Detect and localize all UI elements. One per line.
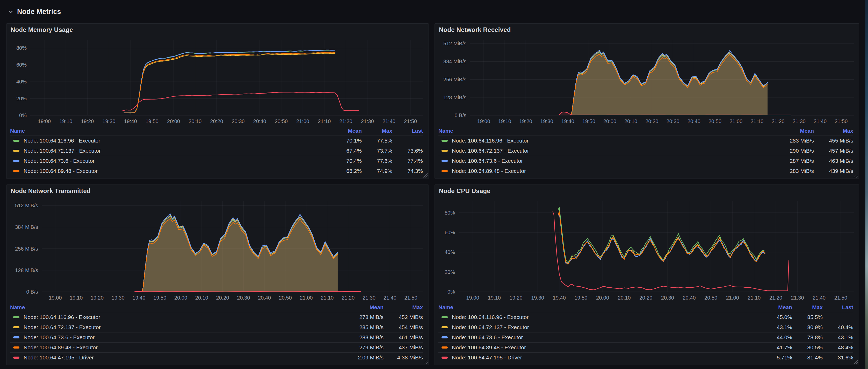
panel-title: Node Network Received [439,26,511,33]
series-color-chip[interactable] [441,170,448,172]
series-color-chip[interactable] [441,160,448,162]
series-max-value: 463 MiB/s [814,158,853,164]
series-color-chip[interactable] [13,357,20,359]
series-name[interactable]: Node: 100.64.72.137 - Executor [24,324,344,331]
series-name[interactable]: Node: 100.64.116.96 - Executor [24,138,331,144]
series-name[interactable]: Node: 100.64.116.96 - Executor [452,138,775,144]
svg-text:80%: 80% [16,45,27,51]
svg-text:20:50: 20:50 [275,118,288,124]
legend-col-max[interactable]: Max [362,128,392,134]
panel-header[interactable]: Node Network Transmitted [6,185,429,197]
svg-text:20:40: 20:40 [258,295,271,301]
series-name[interactable]: Node: 100.64.89.48 - Executor [452,344,762,350]
series-name[interactable]: Node: 100.64.73.6 - Executor [452,334,762,340]
series-color-chip[interactable] [13,316,20,318]
series-mean-value: 5.71% [762,354,792,361]
series-name[interactable]: Node: 100.64.47.195 - Driver [24,354,344,361]
legend: NameMeanMaxLastNode: 100.64.116.96 - Exe… [435,303,859,365]
series-name[interactable]: Node: 100.64.72.137 - Executor [452,324,762,331]
svg-text:384 MiB/s: 384 MiB/s [443,59,466,64]
legend-col-name[interactable]: Name [438,304,762,310]
series-name[interactable]: Node: 100.64.73.6 - Executor [452,158,775,164]
svg-text:21:20: 21:20 [769,295,782,301]
legend: NameMeanMaxNode: 100.64.116.96 - Executo… [435,126,859,178]
svg-text:19:50: 19:50 [582,118,595,124]
series-color-chip[interactable] [13,336,20,338]
time-series-plot[interactable]: 0%20%40%60%80%19:0019:1019:2019:3019:401… [435,197,859,303]
series-name[interactable]: Node: 100.64.73.6 - Executor [24,334,344,340]
series-color-chip[interactable] [13,140,20,142]
svg-text:19:20: 19:20 [81,118,94,124]
legend-row: Node: 100.64.73.6 - Executor283 MiB/s461… [10,332,423,342]
legend-col-last[interactable]: Last [392,128,423,134]
row-header-node-metrics[interactable]: Node Metrics [8,8,61,16]
series-color-chip[interactable] [441,346,448,348]
series-color-chip[interactable] [441,357,448,359]
series-color-chip[interactable] [13,160,20,162]
time-series-plot[interactable]: 0%20%40%60%80%19:0019:1019:2019:3019:401… [6,35,429,126]
svg-text:20:20: 20:20 [210,118,223,124]
legend-row: Node: 100.64.73.6 - Executor44.0%78.8%43… [438,332,853,342]
svg-text:20%: 20% [16,95,27,101]
series-mean-value: 2.09 MiB/s [344,354,383,361]
series-name[interactable]: Node: 100.64.89.48 - Executor [452,168,775,174]
legend-col-name[interactable]: Name [438,128,775,134]
svg-text:19:30: 19:30 [102,118,116,124]
svg-text:20:40: 20:40 [683,295,695,301]
legend-col-max[interactable]: Max [814,128,853,134]
series-name[interactable]: Node: 100.64.89.48 - Executor [24,168,331,174]
series-name[interactable]: Node: 100.64.116.96 - Executor [452,314,762,320]
panel-title: Node CPU Usage [439,187,491,195]
series-color-chip[interactable] [441,140,448,142]
svg-text:512 MiB/s: 512 MiB/s [15,203,38,208]
time-series-plot[interactable]: 0 B/s128 MiB/s256 MiB/s384 MiB/s512 MiB/… [435,35,859,126]
series-last-value: 31.6% [823,354,853,361]
panel-title: Node Network Transmitted [11,187,91,195]
legend-col-max[interactable]: Max [383,304,423,310]
series-color-chip[interactable] [441,316,448,318]
legend-col-name[interactable]: Name [10,128,331,134]
legend-row: Node: 100.64.47.195 - Driver2.09 MiB/s4.… [10,352,423,363]
legend-col-name[interactable]: Name [10,304,344,310]
legend-col-last[interactable]: Last [823,304,853,310]
svg-text:21:40: 21:40 [383,295,397,301]
legend-header: NameMeanMax [438,126,853,136]
legend-row: Node: 100.64.72.137 - Executor67.4%73.7%… [10,146,423,156]
svg-text:19:20: 19:20 [91,295,103,301]
legend-col-mean[interactable]: Mean [344,304,383,310]
series-max-value: 439 MiB/s [814,168,853,174]
panel-node-network-received: Node Network Received 0 B/s128 MiB/s256 … [435,23,859,179]
series-mean-value: 278 MiB/s [344,314,383,320]
series-name[interactable]: Node: 100.64.89.48 - Executor [24,344,344,350]
legend-col-mean[interactable]: Mean [775,128,814,134]
legend-header: NameMeanMax [10,303,423,312]
panel-header[interactable]: Node CPU Usage [435,185,859,197]
legend-col-max[interactable]: Max [792,304,823,310]
series-color-chip[interactable] [441,150,448,152]
legend-row: Node: 100.64.73.6 - Executor70.4%77.6%77… [10,156,423,166]
series-name[interactable]: Node: 100.64.73.6 - Executor [24,158,331,164]
series-name[interactable]: Node: 100.64.72.137 - Executor [24,148,331,154]
panel-header[interactable]: Node Network Received [435,24,859,35]
series-color-chip[interactable] [441,336,448,338]
series-name[interactable]: Node: 100.64.47.195 - Driver [452,354,762,361]
series-color-chip[interactable] [13,170,20,172]
series-mean-value: 70.1% [331,138,362,144]
time-series-plot[interactable]: 0 B/s128 MiB/s256 MiB/s384 MiB/s512 MiB/… [6,197,429,303]
series-color-chip[interactable] [13,346,20,348]
panel-header[interactable]: Node Memory Usage [6,24,429,35]
desktop-wallpaper-edge [865,0,868,369]
legend-col-mean[interactable]: Mean [331,128,362,134]
legend-col-mean[interactable]: Mean [762,304,792,310]
svg-text:21:50: 21:50 [404,118,417,124]
series-color-chip[interactable] [13,326,20,328]
series-max-value: 73.7% [362,148,392,154]
series-max-value: 77.5% [362,138,392,144]
series-color-chip[interactable] [441,326,448,328]
svg-text:19:40: 19:40 [124,118,137,124]
series-name[interactable]: Node: 100.64.72.137 - Executor [452,148,775,154]
series-name[interactable]: Node: 100.64.116.96 - Executor [24,314,344,320]
svg-text:80%: 80% [445,210,455,216]
series-color-chip[interactable] [13,150,20,152]
legend-header: NameMeanMaxLast [438,303,853,312]
